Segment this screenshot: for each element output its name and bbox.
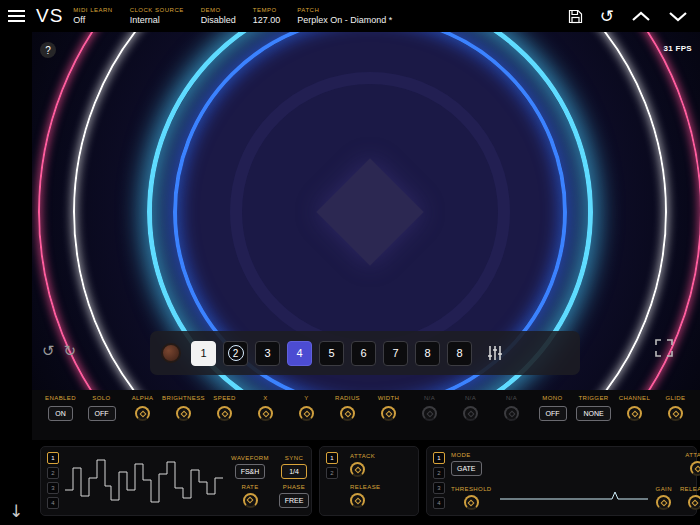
lfo-tab-4[interactable]: 4 [47,497,59,509]
mixer-icon[interactable] [487,345,503,361]
param-glide: GLIDE [655,395,696,440]
param-label: WIDTH [378,395,400,401]
topbar-icons: ↺ [568,8,688,25]
param-label: N/A [506,395,517,401]
param-channel: CHANNEL [614,395,655,440]
audio-release-knob[interactable] [688,495,700,510]
audio-tab-2[interactable]: 2 [433,467,445,479]
app-logo: VS [36,5,63,27]
solo-button[interactable]: OFF [88,406,116,421]
glide-knob[interactable] [668,406,683,421]
env-tab-1[interactable]: 1 [326,452,338,464]
radius-knob[interactable] [340,406,355,421]
demo-field[interactable]: DEMO Disabled [201,7,236,25]
layer-button-3[interactable]: 3 [255,341,280,366]
save-icon[interactable] [568,9,583,24]
lfo-tab-1[interactable]: 1 [47,452,59,464]
param-label: X [263,395,267,401]
midi-learn-value: Off [73,15,112,25]
na-knob-2 [463,406,478,421]
layer-bar: 1 2 3 4 5 6 7 8 8 [150,331,580,375]
audio-meter-path [500,492,648,499]
lfo-tab-2[interactable]: 2 [47,467,59,479]
na-knob-3 [504,406,519,421]
left-sidebar: ↓ [0,0,32,525]
layer-button-7[interactable]: 7 [383,341,408,366]
layer-button-6[interactable]: 6 [351,341,376,366]
demo-value: Disabled [201,15,236,25]
env-release-knob[interactable] [350,493,365,508]
audio-tab-4[interactable]: 4 [433,497,445,509]
chevron-up-icon[interactable] [631,11,651,22]
sync-button[interactable]: 1/4 [281,464,307,479]
layer-color-swatch[interactable] [161,343,181,363]
param-label: MONO [542,395,562,401]
scroll-down-icon[interactable]: ↓ [0,501,32,521]
fullscreen-icon[interactable] [654,338,674,362]
mode-button[interactable]: GATE [451,461,482,476]
env-attack-knob[interactable] [350,462,365,477]
clock-source-label: CLOCK SOURCE [130,7,184,13]
enabled-button[interactable]: ON [48,406,73,421]
bottom-section: 1 2 3 4 WAVEFORM FS&H SYNC 1/4 [32,440,700,525]
audio-tab-1[interactable]: 1 [433,452,445,464]
layer-button-2[interactable]: 2 [223,341,248,366]
width-knob[interactable] [381,406,396,421]
midi-learn-field[interactable]: MIDI LEARN Off [73,7,112,25]
layer-button-4[interactable]: 4 [287,341,312,366]
param-mono: MONO OFF [532,395,573,440]
patch-field[interactable]: PATCH Perplex On - Diamond * [297,7,392,25]
param-x: X [245,395,286,440]
threshold-knob[interactable] [464,495,479,510]
parameter-strip: ENABLED ON SOLO OFF ALPHA BRIGHTNESS SPE… [32,390,700,440]
history-buttons: ↺ ↻ [42,342,76,360]
param-label: SOLO [92,395,110,401]
layer-button-2-ring: 2 [228,345,244,361]
param-label: ENABLED [45,395,76,401]
envelope-tabs: 1 2 [326,452,338,510]
brightness-knob[interactable] [176,406,191,421]
menu-icon[interactable] [0,0,32,32]
patch-value: Perplex On - Diamond * [297,15,392,25]
x-knob[interactable] [258,406,273,421]
layer-button-5[interactable]: 5 [319,341,344,366]
audio-attack-knob[interactable] [690,461,700,476]
param-alpha: ALPHA [122,395,163,440]
param-label: SPEED [213,395,235,401]
chevron-down-icon[interactable] [668,11,688,22]
mono-button[interactable]: OFF [539,406,567,421]
threshold-label: THRESHOLD [451,486,492,492]
midi-learn-label: MIDI LEARN [73,7,112,13]
undo-icon[interactable]: ↺ [600,8,614,25]
speed-knob[interactable] [217,406,232,421]
layer-button-9[interactable]: 8 [447,341,472,366]
param-na-1: N/A [409,395,450,440]
lfo-tab-3[interactable]: 3 [47,482,59,494]
tempo-field[interactable]: TEMPO 127.00 [253,7,281,25]
waveform-button[interactable]: FS&H [235,464,266,479]
layer-button-8[interactable]: 8 [415,341,440,366]
help-button[interactable]: ? [40,42,56,58]
trigger-button[interactable]: NONE [576,406,610,421]
clock-source-field[interactable]: CLOCK SOURCE Internal [130,7,184,25]
channel-knob[interactable] [627,406,642,421]
alpha-knob[interactable] [135,406,150,421]
rate-knob[interactable] [243,493,258,508]
release-label: RELEASE [350,484,380,490]
audio-tab-3[interactable]: 3 [433,482,445,494]
param-label: Y [304,395,308,401]
param-na-2: N/A [450,395,491,440]
y-knob[interactable] [299,406,314,421]
phase-button[interactable]: FREE [279,493,310,508]
clock-source-value: Internal [130,15,184,25]
redo-small-icon[interactable]: ↻ [64,342,77,360]
param-label: N/A [424,395,435,401]
param-trigger: TRIGGER NONE [573,395,614,440]
env-tab-2[interactable]: 2 [326,467,338,479]
layer-button-1[interactable]: 1 [191,341,216,366]
envelope-panel: 1 2 ATTACK RELEASE [319,446,419,516]
gain-knob[interactable] [656,495,671,510]
param-label: TRIGGER [578,395,608,401]
undo-small-icon[interactable]: ↺ [42,342,55,360]
audio-panel: 1 2 3 4 MODE GATE ATTACK [426,446,697,516]
